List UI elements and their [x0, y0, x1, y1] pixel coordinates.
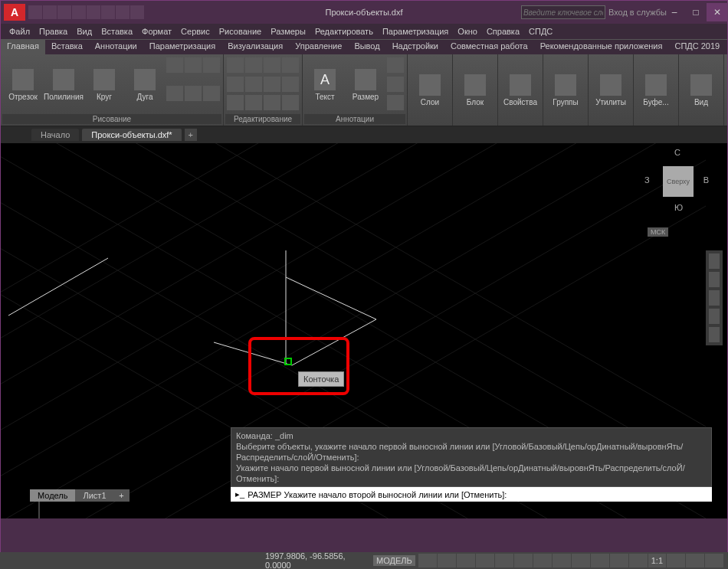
tab-file[interactable]: Прокси-объекты.dxf*	[82, 129, 181, 141]
menu-draw[interactable]: Рисование	[215, 26, 265, 37]
tab-spds[interactable]: СПДС 2019	[668, 40, 726, 54]
viewcube[interactable]: С Ю В З Сверху МСК	[648, 151, 706, 209]
polyline-button[interactable]: Полилиния	[44, 57, 83, 113]
arc-icon	[134, 69, 156, 90]
view-button[interactable]: Вид	[682, 57, 720, 123]
lw-toggle[interactable]	[572, 554, 590, 567]
block-button[interactable]: Блок	[456, 57, 494, 123]
line-icon	[12, 69, 34, 90]
nav-show-icon[interactable]	[709, 327, 720, 342]
menu-help[interactable]: Справка	[483, 26, 523, 37]
drawing-canvas[interactable]: Конточка С Ю В З Сверху МСК Y X Команда:…	[1, 143, 727, 518]
tab-model[interactable]: Модель	[30, 489, 75, 502]
view-icon	[690, 74, 712, 96]
panel-edit-label[interactable]: Редактирование	[225, 114, 300, 124]
menubar: Файл Правка Вид Вставка Формат Сервис Ри…	[1, 24, 727, 39]
line-button[interactable]: Отрезок	[4, 57, 42, 113]
add-layout-button[interactable]: +	[114, 489, 130, 502]
coords-display: 1997.9806, -96.5856, 0.0000	[265, 551, 370, 569]
app-logo[interactable]: A	[4, 4, 25, 21]
clip-button[interactable]: Буфе...	[637, 57, 675, 123]
tab-insert[interactable]: Вставка	[45, 40, 89, 54]
layers-button[interactable]: Слои	[411, 57, 449, 123]
menu-window[interactable]: Окно	[454, 26, 481, 37]
arc-button[interactable]: Дуга	[126, 57, 164, 113]
snap-toggle[interactable]	[438, 554, 456, 567]
props-icon	[510, 74, 531, 96]
groups-button[interactable]: Группы	[546, 57, 585, 123]
text-button[interactable]: AТекст	[306, 57, 344, 113]
clean-icon[interactable]	[705, 554, 723, 567]
command-input[interactable]: ▸_ РАЗМЕР Укажите начало второй выносной…	[231, 487, 712, 502]
circle-button[interactable]: Круг	[85, 57, 123, 113]
command-history: Команда: _dim Выберите объекты, укажите …	[231, 427, 712, 487]
qat-save-icon[interactable]	[57, 5, 71, 19]
qat-plot-icon[interactable]	[87, 5, 100, 19]
maximize-button[interactable]: □	[685, 3, 707, 21]
nav-pan-icon[interactable]	[709, 272, 720, 287]
grid-toggle[interactable]	[418, 554, 437, 567]
doc-tabs: Начало Прокси-объекты.dxf* +	[1, 126, 727, 143]
anno-toggle[interactable]	[629, 554, 648, 567]
tab-addins[interactable]: Надстройки	[386, 40, 444, 54]
signin-button[interactable]: Вход в службы	[608, 8, 667, 17]
menu-file[interactable]: Файл	[5, 26, 34, 37]
menu-param[interactable]: Параметризация	[379, 26, 452, 37]
tab-apps[interactable]: Рекомендованные приложения	[534, 40, 669, 54]
search-input[interactable]	[521, 5, 605, 19]
qat-open-icon[interactable]	[43, 5, 57, 19]
tab-start[interactable]: Начало	[31, 129, 79, 141]
tab-home[interactable]: Главная	[1, 40, 45, 54]
polyline-icon	[53, 69, 74, 90]
menu-format[interactable]: Формат	[138, 26, 175, 37]
vc-east: В	[703, 175, 709, 185]
nav-orbit-icon[interactable]	[709, 309, 720, 324]
qat-new-icon[interactable]	[28, 5, 42, 19]
vc-face[interactable]: Сверху	[663, 166, 694, 197]
trans-toggle[interactable]	[591, 554, 609, 567]
osnap-toggle[interactable]	[514, 554, 533, 567]
svg-line-6	[1, 143, 706, 427]
zoom-display[interactable]: 1:1	[648, 554, 666, 567]
utils-button[interactable]: Утилиты	[592, 57, 630, 123]
tab-collab[interactable]: Совместная работа	[444, 40, 534, 54]
tab-visual[interactable]: Визуализация	[221, 40, 289, 54]
svg-line-14	[1, 143, 706, 427]
tab-output[interactable]: Вывод	[348, 40, 385, 54]
nav-zoom-icon[interactable]	[709, 290, 720, 306]
tab-sheet1[interactable]: Лист1	[75, 489, 113, 502]
custom-icon[interactable]	[686, 554, 704, 567]
menu-spds[interactable]: СПДС	[525, 26, 556, 37]
nav-wheel-icon[interactable]	[709, 253, 720, 269]
new-tab-button[interactable]: +	[185, 129, 197, 141]
gear-icon[interactable]	[667, 554, 685, 567]
cycle-toggle[interactable]	[610, 554, 628, 567]
tab-manage[interactable]: Управление	[289, 40, 348, 54]
menu-edit[interactable]: Правка	[35, 26, 71, 37]
qat-undo-icon[interactable]	[101, 5, 115, 19]
groups-icon	[555, 74, 576, 96]
dyn-toggle[interactable]	[553, 554, 571, 567]
qat-redo-icon[interactable]	[116, 5, 130, 19]
minimize-button[interactable]: –	[664, 3, 685, 21]
qat-saveas-icon[interactable]	[72, 5, 86, 19]
tab-param[interactable]: Параметризация	[143, 40, 221, 54]
iso-toggle[interactable]	[495, 554, 513, 567]
props-button[interactable]: Свойства	[501, 57, 539, 123]
space-button[interactable]: МОДЕЛЬ	[373, 555, 415, 566]
qat-more-icon[interactable]	[130, 5, 144, 19]
menu-modify[interactable]: Редактировать	[311, 26, 377, 37]
menu-insert[interactable]: Вставка	[97, 26, 136, 37]
ortho-toggle[interactable]	[457, 554, 475, 567]
panel-anno-label[interactable]: Аннотации	[304, 114, 405, 124]
vc-ucs[interactable]: МСК	[648, 227, 668, 237]
dim-button[interactable]: Размер	[346, 57, 385, 113]
panel-draw-label[interactable]: Рисование	[2, 114, 221, 124]
track-toggle[interactable]	[533, 554, 552, 567]
tab-anno[interactable]: Аннотации	[89, 40, 143, 54]
menu-dim[interactable]: Размеры	[267, 26, 310, 37]
menu-service[interactable]: Сервис	[177, 26, 214, 37]
close-button[interactable]: ✕	[707, 3, 728, 21]
menu-view[interactable]: Вид	[73, 26, 96, 37]
polar-toggle[interactable]	[476, 554, 494, 567]
